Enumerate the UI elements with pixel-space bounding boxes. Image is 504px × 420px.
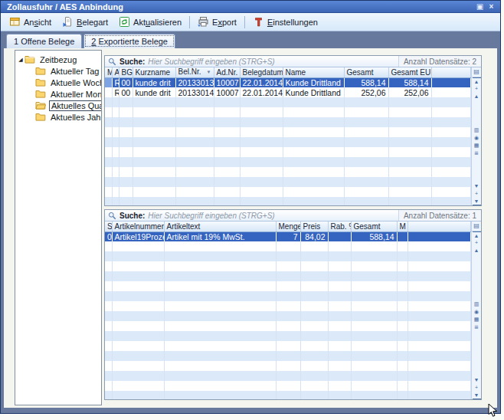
col-header-m[interactable]: M [397, 221, 407, 231]
first-record-icon[interactable]: ▲ [473, 231, 481, 239]
empty-row[interactable] [105, 291, 471, 301]
append-record-icon[interactable]: + [473, 384, 481, 392]
search-record-icon[interactable]: ◉ [473, 134, 481, 142]
tab-offene-belege[interactable]: 1 Offene Belege [6, 34, 82, 48]
columns-icon[interactable]: ▥ [473, 300, 481, 308]
next-record-icon[interactable]: ▼ [473, 182, 481, 190]
last-record-icon[interactable]: ▼ [473, 198, 481, 205]
cell [240, 147, 283, 157]
positions-table[interactable]: S Artikelnummer Artikeltext Menge Preis … [105, 221, 471, 399]
empty-row[interactable] [105, 187, 471, 197]
col-header-preis[interactable]: Preis [300, 221, 328, 231]
layout-icon[interactable]: ▦ [473, 142, 481, 149]
empty-row[interactable] [105, 351, 471, 361]
prev-record-icon[interactable]: ▲ [473, 93, 481, 100]
empty-row[interactable] [105, 281, 471, 291]
ansicht-button[interactable]: Ansicht [4, 15, 57, 30]
col-header-gesamt-eur[interactable]: Gesamt EUR [388, 67, 431, 77]
empty-row[interactable] [105, 341, 471, 351]
tree-item-aktueller-tag[interactable]: Aktueller Tag [17, 65, 100, 77]
table-row[interactable]: R00kunde drit201330131000722.01.2014Kund… [105, 77, 471, 87]
empty-row[interactable] [105, 321, 471, 331]
empty-row[interactable] [105, 311, 471, 321]
empty-row[interactable] [105, 197, 471, 205]
tree-item-aktueller-monat[interactable]: Aktueller Monat [17, 88, 100, 100]
empty-row[interactable] [105, 117, 471, 127]
empty-row[interactable] [105, 107, 471, 117]
restore-window-icon[interactable]: ▣ [474, 2, 486, 11]
aktualisieren-button[interactable]: Aktualisieren [113, 15, 187, 30]
tree-expander-icon[interactable]: ◢ [17, 57, 25, 63]
col-header-name[interactable]: Name [283, 67, 344, 77]
documents-table[interactable]: M A BG Kurzname ▼Bel.Nr. Ad.Nr. Belegdat… [105, 67, 471, 205]
last-record-icon[interactable]: ▼ [473, 392, 481, 399]
next-record-icon[interactable]: ▼ [473, 376, 481, 384]
empty-row[interactable] [105, 331, 471, 341]
tab-exportierte-belege[interactable]: 2 Exportierte Belege [83, 34, 175, 48]
tree-item-aktuelles-quartal[interactable]: Aktuelles Quartal [17, 100, 100, 111]
col-header-rabatt[interactable]: Rab. % [328, 221, 351, 231]
cell [300, 261, 328, 271]
empty-row[interactable] [105, 381, 471, 391]
tree-item-aktuelle-woche[interactable]: Aktuelle Woche [17, 77, 100, 88]
menu-icon[interactable]: ≣ [473, 149, 481, 157]
tree-item-aktuelles-jahr[interactable]: Aktuelles Jahr [17, 111, 100, 123]
menu-icon[interactable]: ≣ [473, 323, 481, 331]
cell [300, 341, 328, 351]
col-header-gesamt[interactable]: Gesamt [351, 221, 397, 231]
col-header-s[interactable]: S [105, 221, 112, 231]
col-header-gesamt[interactable]: Gesamt [344, 67, 388, 77]
table-row[interactable]: 0Artikel19ProzentArtikel mit 19% MwSt.78… [105, 231, 471, 241]
empty-row[interactable] [105, 127, 471, 137]
empty-row[interactable] [105, 157, 471, 167]
content-surface: ◢ Zeitbezug Aktueller Tag Aktuelle Woche… [4, 48, 497, 408]
empty-row[interactable] [105, 301, 471, 311]
empty-row[interactable] [105, 261, 471, 271]
cell [351, 251, 397, 261]
col-header-artikeltext[interactable]: Artikeltext [164, 221, 276, 231]
export-button[interactable]: Export [192, 15, 242, 30]
empty-row[interactable] [105, 391, 471, 399]
empty-row[interactable] [105, 97, 471, 107]
columns-icon[interactable]: ▥ [473, 126, 481, 134]
col-header-adnr[interactable]: Ad.Nr. [214, 67, 240, 77]
column-chooser-icon[interactable]: ▤ [472, 67, 482, 77]
empty-row[interactable] [105, 241, 471, 251]
col-header-artikelnummer[interactable]: Artikelnummer [112, 221, 164, 231]
close-window-icon[interactable]: × [486, 2, 497, 11]
insert-record-icon[interactable]: + [473, 239, 481, 247]
col-header-bg[interactable]: BG [119, 67, 133, 77]
first-record-icon[interactable]: ▲ [473, 77, 481, 85]
col-header-kurzname[interactable]: Kurzname [133, 67, 175, 77]
col-header-belnr[interactable]: ▼Bel.Nr. [175, 67, 214, 77]
documents-search-bar[interactable]: Suche: Hier Suchbegriff eingeben (STRG+S… [105, 56, 481, 67]
empty-row[interactable] [105, 167, 471, 177]
belegart-button[interactable]: Belegart [57, 15, 113, 30]
app-window: Zollausfuhr / AES Anbindung ▣ × Ansicht … [0, 0, 501, 414]
cell [407, 321, 471, 331]
insert-record-icon[interactable]: + [473, 85, 481, 93]
empty-row[interactable] [105, 251, 471, 261]
col-header-m[interactable]: M [105, 67, 112, 77]
empty-row[interactable] [105, 177, 471, 187]
empty-row[interactable] [105, 361, 471, 371]
empty-row[interactable] [105, 271, 471, 281]
column-chooser-icon[interactable]: ▤ [472, 221, 482, 231]
search-record-icon[interactable]: ◉ [473, 308, 481, 316]
tree-root-zeitbezug[interactable]: ◢ Zeitbezug [17, 54, 100, 65]
col-header-belegdatum[interactable]: Belegdatum [240, 67, 283, 77]
einstellungen-button[interactable]: Einstellungen [247, 15, 323, 30]
layout-icon[interactable]: ▦ [473, 316, 481, 323]
append-record-icon[interactable]: + [473, 190, 481, 198]
positions-search-bar[interactable]: Suche: Hier Suchbegriff eingeben (STRG+S… [105, 210, 481, 221]
empty-row[interactable] [105, 137, 471, 147]
col-header-art[interactable]: A [112, 67, 119, 77]
cell [388, 107, 431, 117]
empty-row[interactable] [105, 371, 471, 381]
col-header-menge[interactable]: Menge [276, 221, 300, 231]
cell [164, 391, 276, 399]
prev-record-icon[interactable]: ▲ [473, 247, 481, 254]
table-row[interactable]: R00kunde drit201330141000722.01.2014Kund… [105, 87, 471, 97]
empty-row[interactable] [105, 147, 471, 157]
cell [431, 107, 471, 117]
